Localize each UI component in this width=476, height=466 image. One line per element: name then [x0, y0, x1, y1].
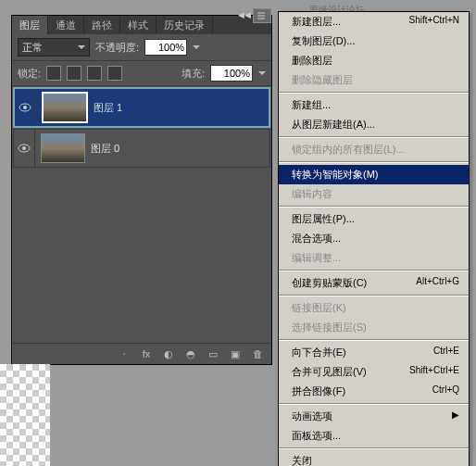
menu-item[interactable]: 动画选项▶	[279, 407, 469, 426]
menu-item-shortcut: Shift+Ctrl+E	[409, 365, 459, 379]
menu-item-label: 面板选项...	[292, 429, 341, 443]
canvas-transparency	[0, 364, 50, 466]
layers-list: 图层 1 图层 0	[12, 86, 271, 343]
menu-separator	[279, 206, 469, 208]
menu-item: 编辑调整...	[279, 248, 469, 268]
menu-item-label: 编辑调整...	[292, 251, 341, 265]
menu-item-label: 新建组...	[292, 98, 331, 112]
tab-channels[interactable]: 通道	[48, 16, 84, 34]
menu-separator	[279, 403, 469, 405]
layer-row[interactable]: 图层 0	[13, 129, 270, 168]
tab-paths[interactable]: 路径	[84, 16, 120, 34]
chevron-down-icon[interactable]	[193, 45, 200, 49]
mask-icon[interactable]: ◐	[162, 347, 175, 360]
menu-item-label: 动画选项	[292, 409, 332, 423]
menu-item-label: 图层属性(P)...	[292, 212, 355, 226]
lock-label: 锁定:	[18, 67, 41, 81]
fx-icon[interactable]: fx	[140, 347, 153, 360]
visibility-toggle[interactable]	[15, 89, 36, 126]
adjustment-icon[interactable]: ◓	[184, 347, 197, 360]
menu-separator	[279, 161, 469, 163]
panel-footer: ⬝ fx ◐ ◓ ▭ ▣ 🗑	[12, 343, 271, 364]
layers-panel: ◀◀ 图层 通道 路径 样式 历史记录 正常 不透明度: 100% 锁定: 填充…	[11, 15, 272, 365]
opacity-label: 不透明度:	[95, 41, 139, 55]
tab-layers[interactable]: 图层	[12, 16, 48, 34]
menu-item: 选择链接图层(S)	[279, 318, 469, 337]
chevron-down-icon	[78, 45, 85, 49]
lock-row: 锁定: 填充: 100%	[12, 61, 271, 86]
menu-item-shortcut: ▶	[452, 409, 459, 423]
layer-name[interactable]: 图层 0	[91, 142, 119, 156]
menu-item[interactable]: 创建剪贴蒙版(C)Alt+Ctrl+G	[279, 273, 469, 293]
blend-mode-select[interactable]: 正常	[18, 38, 90, 57]
panel-tabs: ◀◀ 图层 通道 路径 样式 历史记录	[12, 16, 271, 34]
menu-item: 锁定组内的所有图层(L)...	[279, 140, 469, 159]
menu-item[interactable]: 从图层新建组(A)...	[279, 115, 469, 134]
panel-menu-button[interactable]	[253, 8, 271, 23]
new-layer-icon[interactable]: ▣	[229, 347, 242, 360]
menu-item-label: 新建图层...	[292, 15, 341, 29]
menu-item[interactable]: 删除图层	[279, 51, 469, 70]
menu-separator	[279, 339, 469, 341]
lock-position-icon[interactable]	[87, 66, 102, 81]
lock-pixels-icon[interactable]	[67, 66, 81, 81]
menu-item[interactable]: 转换为智能对象(M)	[279, 165, 469, 184]
menu-item-shortcut: Shift+Ctrl+N	[409, 15, 459, 29]
menu-item[interactable]: 混合选项...	[279, 229, 469, 248]
menu-item-label: 混合选项...	[292, 232, 341, 246]
menu-item-label: 复制图层(D)...	[292, 34, 355, 48]
menu-item[interactable]: 新建组...	[279, 95, 469, 115]
menu-item: 编辑内容	[279, 184, 469, 204]
menu-separator	[279, 295, 469, 296]
menu-item-label: 锁定组内的所有图层(L)...	[292, 143, 405, 157]
menu-item-label: 选择链接图层(S)	[292, 321, 367, 334]
fill-input[interactable]: 100%	[210, 65, 253, 82]
menu-item-label: 向下合并(E)	[292, 346, 346, 359]
menu-separator	[279, 136, 469, 138]
layer-row[interactable]: 图层 1	[13, 87, 270, 128]
close-icon[interactable]: ◀◀	[238, 10, 251, 19]
trash-icon[interactable]: 🗑	[251, 347, 264, 360]
chevron-down-icon[interactable]	[258, 71, 266, 75]
menu-item-label: 链接图层(K)	[292, 301, 346, 315]
menu-item-label: 转换为智能对象(M)	[292, 168, 379, 182]
menu-item[interactable]: 图层属性(P)...	[279, 209, 469, 229]
menu-item: 链接图层(K)	[279, 298, 469, 318]
opacity-input[interactable]: 100%	[144, 39, 187, 56]
lock-all-icon[interactable]	[107, 66, 122, 81]
menu-item-label: 删除图层	[292, 54, 332, 68]
layer-thumbnail[interactable]	[41, 133, 85, 163]
menu-item-label: 合并可见图层(V)	[292, 365, 367, 379]
menu-item-label: 删除隐藏图层	[292, 73, 353, 87]
menu-item-label: 关闭	[292, 454, 312, 466]
menu-item-label: 创建剪贴蒙版(C)	[292, 276, 367, 290]
menu-item[interactable]: 新建图层...Shift+Ctrl+N	[279, 12, 469, 31]
layer-thumbnail[interactable]	[42, 92, 88, 123]
link-icon[interactable]: ⬝	[118, 347, 131, 360]
menu-separator	[279, 92, 469, 94]
menu-item[interactable]: 复制图层(D)...	[279, 31, 469, 51]
tab-styles[interactable]: 样式	[120, 16, 157, 34]
menu-item[interactable]: 面板选项...	[279, 426, 469, 446]
menu-item-label: 拼合图像(F)	[292, 384, 345, 398]
menu-item: 删除隐藏图层	[279, 70, 469, 90]
menu-item[interactable]: 关闭	[279, 451, 469, 466]
blend-row: 正常 不透明度: 100%	[12, 34, 271, 61]
menu-item-shortcut: Ctrl+E	[433, 346, 459, 359]
svg-point-3	[22, 146, 26, 150]
menu-item-label: 从图层新建组(A)...	[292, 118, 375, 132]
folder-icon[interactable]: ▭	[207, 347, 219, 360]
visibility-toggle[interactable]	[14, 130, 35, 167]
menu-item-shortcut: Alt+Ctrl+G	[416, 276, 459, 290]
menu-item-shortcut: Ctrl+Q	[432, 384, 459, 398]
menu-separator	[279, 270, 469, 271]
menu-item-label: 编辑内容	[292, 187, 332, 201]
svg-point-1	[23, 106, 27, 109]
layer-name[interactable]: 图层 1	[94, 101, 122, 115]
menu-item[interactable]: 拼合图像(F)Ctrl+Q	[279, 382, 469, 401]
menu-item[interactable]: 合并可见图层(V)Shift+Ctrl+E	[279, 362, 469, 382]
menu-item[interactable]: 向下合并(E)Ctrl+E	[279, 343, 469, 362]
tab-history[interactable]: 历史记录	[157, 16, 213, 34]
fill-label: 填充:	[182, 67, 205, 81]
lock-transparency-icon[interactable]	[46, 66, 61, 81]
